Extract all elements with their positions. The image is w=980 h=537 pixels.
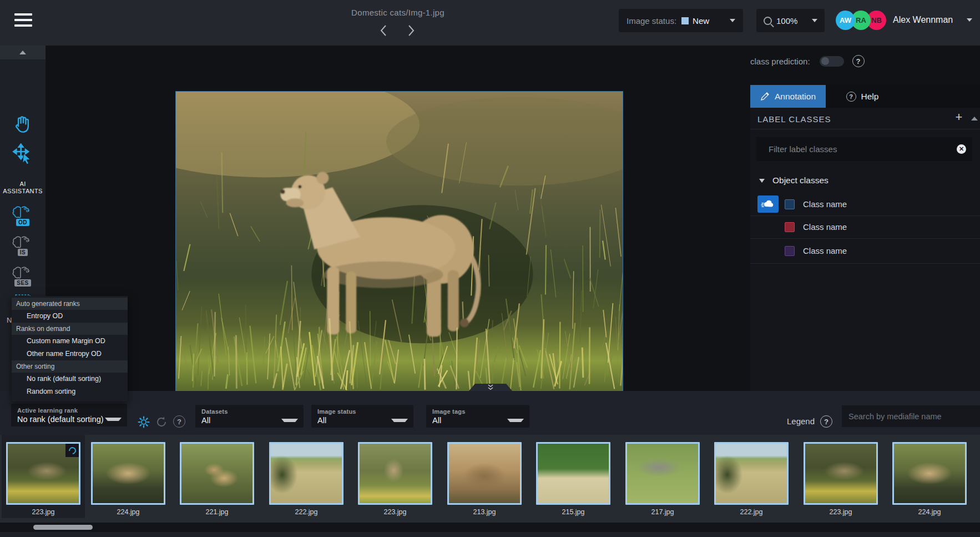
class-prediction-help-icon[interactable]: ? [852,55,865,67]
thumbnail-image[interactable] [6,442,80,505]
right-panel-tabbar: Annotation ? Help [750,85,980,108]
status-color-square [681,17,689,24]
is-badge: IS [18,249,28,256]
image-tags-select[interactable]: Image tags All [426,405,529,428]
filmstrip-filename: 224.jpg [892,508,967,516]
filmstrip-scrollbar-thumb[interactable] [33,525,93,530]
class-row[interactable]: Class name [750,239,980,264]
help-circle-icon: ? [846,92,856,102]
filmstrip: 223.jpg 224.jpg 221.jpg 222.jpg 223.jpg … [0,435,980,523]
filmstrip-filename: 223.jpg [358,508,432,516]
filmstrip-item[interactable]: 224.jpg [91,435,165,516]
object-classes-group[interactable]: Object classes [750,171,980,190]
rank-help-button[interactable]: ? [173,415,186,429]
settings-button[interactable] [137,415,150,429]
class-name: Class name [803,246,847,255]
active-learning-rank-select[interactable]: Active learning rank No rank (default so… [11,404,127,426]
thumbnail-image[interactable] [804,442,878,505]
filmstrip-item[interactable]: 224.jpg [892,435,967,516]
hamburger-menu-icon[interactable] [14,13,32,28]
mediafile-search [842,405,980,427]
thumbnail-image[interactable] [269,442,343,505]
assistant-instance-segmentation-button[interactable]: IS [0,234,46,256]
class-name: Class name [803,199,847,209]
thumbnail-image[interactable] [536,442,610,505]
sidebar-scroll-up-button[interactable] [0,46,46,59]
filmstrip-filename: 222.jpg [269,508,343,516]
caret-down-icon[interactable] [967,18,972,22]
image-status-value: New [693,16,709,26]
previous-image-button[interactable] [376,24,391,39]
collapse-panel-icon[interactable] [971,117,978,121]
hand-tool-button[interactable] [0,114,46,135]
filter-label-classes-input[interactable] [756,137,972,161]
thumbnail-image[interactable] [892,442,967,505]
rank-menu-item-random-sorting[interactable]: Random sorting [12,385,128,398]
question-circle-icon: ? [173,415,185,428]
triangle-up-icon [19,51,26,54]
assistant-object-detection-button[interactable]: OD [0,204,46,226]
legend-help-button[interactable]: ? [820,415,832,428]
image-status-filter-select[interactable]: Image status All [311,405,413,428]
rank-menu-item-no-rank[interactable]: No rank (default sorting) [12,373,128,385]
thumbnail-image[interactable] [447,442,522,505]
class-color-swatch[interactable] [785,199,795,209]
move-tool-button[interactable] [0,143,46,165]
assistant-semantic-segmentation-button[interactable]: SES [0,265,46,287]
filmstrip-item[interactable]: 217.jpg [625,435,700,516]
partial-sidebar-label: N [7,316,12,324]
caret-down-icon [759,179,765,183]
refresh-ranks-button[interactable] [155,415,168,429]
image-status-filter-label: Image status [317,408,408,415]
tab-annotation[interactable]: Annotation [750,85,826,108]
divider [750,129,980,129]
next-image-button[interactable] [404,24,418,39]
caret-down-icon [507,419,524,422]
thumbnail-image[interactable] [91,442,165,505]
class-tool-tile[interactable] [757,195,779,213]
user-menu[interactable]: Alex Wennman [893,15,953,25]
tab-help[interactable]: ? Help [826,85,899,108]
filmstrip-filename: 223.jpg [804,508,878,516]
filmstrip-item[interactable]: 223.jpg [358,435,432,516]
annotation-canvas-image[interactable] [175,91,623,391]
caret-down-icon [281,419,298,422]
add-class-button[interactable]: + [953,112,965,124]
thumbnail-image[interactable] [625,442,700,505]
mediafile-search-input[interactable] [842,405,980,427]
rank-menu-item-other-entropy-od[interactable]: Other name Entropy OD [12,348,128,360]
clear-filter-button[interactable]: ✕ [957,144,966,154]
filmstrip-filename: 215.jpg [536,508,610,516]
datasets-select[interactable]: Datasets All [195,405,304,428]
avatar[interactable]: AW [836,11,855,30]
lioness-photo [176,92,623,390]
class-row-selected[interactable]: Class name [750,192,980,216]
class-color-swatch[interactable] [785,246,795,256]
filmstrip-filename: 213.jpg [447,508,522,516]
filmstrip-item-selected[interactable]: 223.jpg [6,435,80,516]
filmstrip-item[interactable]: 215.jpg [536,435,610,516]
class-prediction-toggle[interactable] [820,56,844,67]
filmstrip-scrollbar-track[interactable] [0,523,980,532]
filmstrip-item[interactable]: 222.jpg [714,435,789,516]
class-color-swatch[interactable] [785,222,795,232]
auto-annotate-cloud-icon [761,199,775,209]
image-status-select[interactable]: Image status: New [619,9,743,32]
filmstrip-item[interactable]: 223.jpg [804,435,878,516]
zoom-level-select[interactable]: 100% [756,9,825,32]
thumbnail-image[interactable] [358,442,432,505]
rank-menu-item-custom-margin-od[interactable]: Custom name Margin OD [12,335,128,348]
filmstrip-item[interactable]: 221.jpg [180,435,254,516]
thumbnail-image[interactable] [714,442,789,505]
filmstrip-filename: 217.jpg [625,508,700,516]
filmstrip-item[interactable]: 213.jpg [447,435,522,516]
class-prediction-row: class prediction: ? [750,54,980,68]
rank-menu-group-header: Auto generated ranks [12,298,128,310]
class-name: Class name [803,222,847,232]
collapse-filmstrip-handle[interactable] [469,384,512,391]
filmstrip-item[interactable]: 222.jpg [269,435,343,516]
thumbnail-image[interactable] [180,442,254,505]
rank-menu-group-header: Other sorting [12,360,128,373]
class-row[interactable]: Class name [750,216,980,239]
rank-menu-item-entropy-od[interactable]: Entropy OD [12,310,128,323]
